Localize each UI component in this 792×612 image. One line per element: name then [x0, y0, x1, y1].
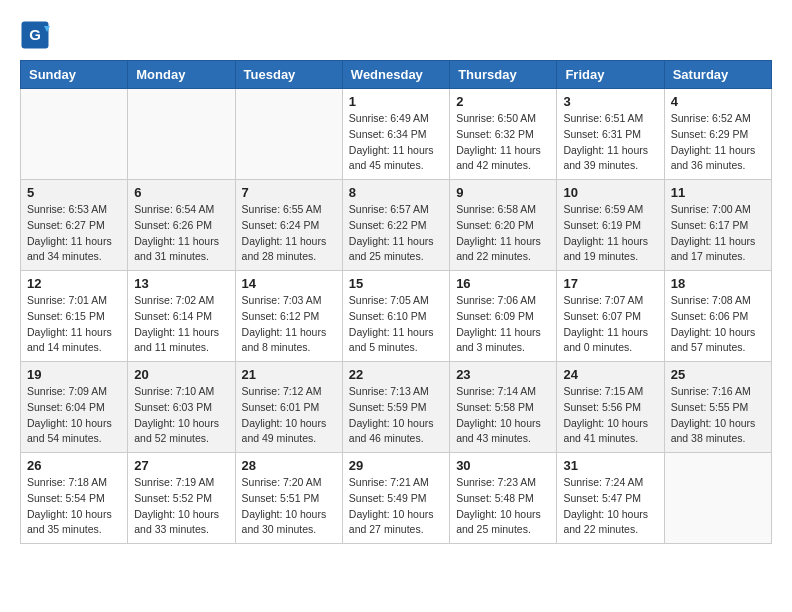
day-info: Sunrise: 7:21 AM Sunset: 5:49 PM Dayligh… [349, 475, 443, 538]
logo-icon: G [20, 20, 50, 50]
calendar-cell: 16Sunrise: 7:06 AM Sunset: 6:09 PM Dayli… [450, 271, 557, 362]
calendar-cell: 29Sunrise: 7:21 AM Sunset: 5:49 PM Dayli… [342, 453, 449, 544]
day-number: 28 [242, 458, 336, 473]
day-number: 9 [456, 185, 550, 200]
day-number: 21 [242, 367, 336, 382]
weekday-header-tuesday: Tuesday [235, 61, 342, 89]
day-number: 29 [349, 458, 443, 473]
calendar-cell: 1Sunrise: 6:49 AM Sunset: 6:34 PM Daylig… [342, 89, 449, 180]
calendar-cell: 21Sunrise: 7:12 AM Sunset: 6:01 PM Dayli… [235, 362, 342, 453]
calendar-cell: 18Sunrise: 7:08 AM Sunset: 6:06 PM Dayli… [664, 271, 771, 362]
day-info: Sunrise: 7:13 AM Sunset: 5:59 PM Dayligh… [349, 384, 443, 447]
day-number: 6 [134, 185, 228, 200]
day-info: Sunrise: 7:06 AM Sunset: 6:09 PM Dayligh… [456, 293, 550, 356]
calendar-cell: 7Sunrise: 6:55 AM Sunset: 6:24 PM Daylig… [235, 180, 342, 271]
day-info: Sunrise: 6:51 AM Sunset: 6:31 PM Dayligh… [563, 111, 657, 174]
day-info: Sunrise: 7:16 AM Sunset: 5:55 PM Dayligh… [671, 384, 765, 447]
day-info: Sunrise: 7:24 AM Sunset: 5:47 PM Dayligh… [563, 475, 657, 538]
calendar-header: SundayMondayTuesdayWednesdayThursdayFrid… [21, 61, 772, 89]
weekday-header-wednesday: Wednesday [342, 61, 449, 89]
day-info: Sunrise: 6:53 AM Sunset: 6:27 PM Dayligh… [27, 202, 121, 265]
day-number: 20 [134, 367, 228, 382]
day-number: 13 [134, 276, 228, 291]
calendar-cell: 14Sunrise: 7:03 AM Sunset: 6:12 PM Dayli… [235, 271, 342, 362]
day-number: 7 [242, 185, 336, 200]
day-number: 24 [563, 367, 657, 382]
calendar-cell: 31Sunrise: 7:24 AM Sunset: 5:47 PM Dayli… [557, 453, 664, 544]
calendar-cell: 8Sunrise: 6:57 AM Sunset: 6:22 PM Daylig… [342, 180, 449, 271]
day-info: Sunrise: 7:07 AM Sunset: 6:07 PM Dayligh… [563, 293, 657, 356]
day-info: Sunrise: 7:03 AM Sunset: 6:12 PM Dayligh… [242, 293, 336, 356]
day-number: 15 [349, 276, 443, 291]
day-info: Sunrise: 7:10 AM Sunset: 6:03 PM Dayligh… [134, 384, 228, 447]
calendar-week-2: 5Sunrise: 6:53 AM Sunset: 6:27 PM Daylig… [21, 180, 772, 271]
calendar-week-4: 19Sunrise: 7:09 AM Sunset: 6:04 PM Dayli… [21, 362, 772, 453]
day-info: Sunrise: 6:57 AM Sunset: 6:22 PM Dayligh… [349, 202, 443, 265]
weekday-header-sunday: Sunday [21, 61, 128, 89]
day-info: Sunrise: 6:50 AM Sunset: 6:32 PM Dayligh… [456, 111, 550, 174]
day-info: Sunrise: 7:15 AM Sunset: 5:56 PM Dayligh… [563, 384, 657, 447]
day-info: Sunrise: 6:52 AM Sunset: 6:29 PM Dayligh… [671, 111, 765, 174]
day-number: 31 [563, 458, 657, 473]
calendar-cell [235, 89, 342, 180]
calendar-cell: 12Sunrise: 7:01 AM Sunset: 6:15 PM Dayli… [21, 271, 128, 362]
day-number: 25 [671, 367, 765, 382]
svg-text:G: G [29, 26, 41, 43]
day-info: Sunrise: 6:58 AM Sunset: 6:20 PM Dayligh… [456, 202, 550, 265]
logo: G [20, 20, 54, 50]
weekday-header-friday: Friday [557, 61, 664, 89]
calendar-cell: 20Sunrise: 7:10 AM Sunset: 6:03 PM Dayli… [128, 362, 235, 453]
calendar-cell: 4Sunrise: 6:52 AM Sunset: 6:29 PM Daylig… [664, 89, 771, 180]
day-number: 3 [563, 94, 657, 109]
day-number: 2 [456, 94, 550, 109]
calendar-cell: 30Sunrise: 7:23 AM Sunset: 5:48 PM Dayli… [450, 453, 557, 544]
day-number: 22 [349, 367, 443, 382]
day-info: Sunrise: 7:02 AM Sunset: 6:14 PM Dayligh… [134, 293, 228, 356]
calendar-week-1: 1Sunrise: 6:49 AM Sunset: 6:34 PM Daylig… [21, 89, 772, 180]
day-number: 4 [671, 94, 765, 109]
day-number: 17 [563, 276, 657, 291]
day-info: Sunrise: 7:18 AM Sunset: 5:54 PM Dayligh… [27, 475, 121, 538]
weekday-row: SundayMondayTuesdayWednesdayThursdayFrid… [21, 61, 772, 89]
day-number: 26 [27, 458, 121, 473]
day-number: 14 [242, 276, 336, 291]
calendar-table: SundayMondayTuesdayWednesdayThursdayFrid… [20, 60, 772, 544]
calendar-cell: 10Sunrise: 6:59 AM Sunset: 6:19 PM Dayli… [557, 180, 664, 271]
day-number: 12 [27, 276, 121, 291]
day-info: Sunrise: 7:05 AM Sunset: 6:10 PM Dayligh… [349, 293, 443, 356]
day-number: 16 [456, 276, 550, 291]
day-number: 27 [134, 458, 228, 473]
calendar-cell: 15Sunrise: 7:05 AM Sunset: 6:10 PM Dayli… [342, 271, 449, 362]
calendar-cell: 5Sunrise: 6:53 AM Sunset: 6:27 PM Daylig… [21, 180, 128, 271]
calendar-cell: 3Sunrise: 6:51 AM Sunset: 6:31 PM Daylig… [557, 89, 664, 180]
day-number: 23 [456, 367, 550, 382]
weekday-header-monday: Monday [128, 61, 235, 89]
calendar-cell: 13Sunrise: 7:02 AM Sunset: 6:14 PM Dayli… [128, 271, 235, 362]
day-info: Sunrise: 7:14 AM Sunset: 5:58 PM Dayligh… [456, 384, 550, 447]
calendar-cell: 26Sunrise: 7:18 AM Sunset: 5:54 PM Dayli… [21, 453, 128, 544]
day-number: 30 [456, 458, 550, 473]
day-number: 1 [349, 94, 443, 109]
calendar-cell: 27Sunrise: 7:19 AM Sunset: 5:52 PM Dayli… [128, 453, 235, 544]
weekday-header-saturday: Saturday [664, 61, 771, 89]
day-info: Sunrise: 6:59 AM Sunset: 6:19 PM Dayligh… [563, 202, 657, 265]
calendar-cell [664, 453, 771, 544]
day-number: 19 [27, 367, 121, 382]
calendar-cell: 23Sunrise: 7:14 AM Sunset: 5:58 PM Dayli… [450, 362, 557, 453]
day-info: Sunrise: 7:00 AM Sunset: 6:17 PM Dayligh… [671, 202, 765, 265]
page-header: G [20, 20, 772, 50]
calendar-cell: 25Sunrise: 7:16 AM Sunset: 5:55 PM Dayli… [664, 362, 771, 453]
day-info: Sunrise: 7:20 AM Sunset: 5:51 PM Dayligh… [242, 475, 336, 538]
day-info: Sunrise: 7:12 AM Sunset: 6:01 PM Dayligh… [242, 384, 336, 447]
calendar-cell: 9Sunrise: 6:58 AM Sunset: 6:20 PM Daylig… [450, 180, 557, 271]
day-info: Sunrise: 7:09 AM Sunset: 6:04 PM Dayligh… [27, 384, 121, 447]
day-number: 5 [27, 185, 121, 200]
calendar-cell: 22Sunrise: 7:13 AM Sunset: 5:59 PM Dayli… [342, 362, 449, 453]
day-number: 8 [349, 185, 443, 200]
calendar-cell: 11Sunrise: 7:00 AM Sunset: 6:17 PM Dayli… [664, 180, 771, 271]
day-number: 10 [563, 185, 657, 200]
calendar-week-5: 26Sunrise: 7:18 AM Sunset: 5:54 PM Dayli… [21, 453, 772, 544]
day-info: Sunrise: 6:55 AM Sunset: 6:24 PM Dayligh… [242, 202, 336, 265]
day-info: Sunrise: 7:23 AM Sunset: 5:48 PM Dayligh… [456, 475, 550, 538]
day-number: 18 [671, 276, 765, 291]
